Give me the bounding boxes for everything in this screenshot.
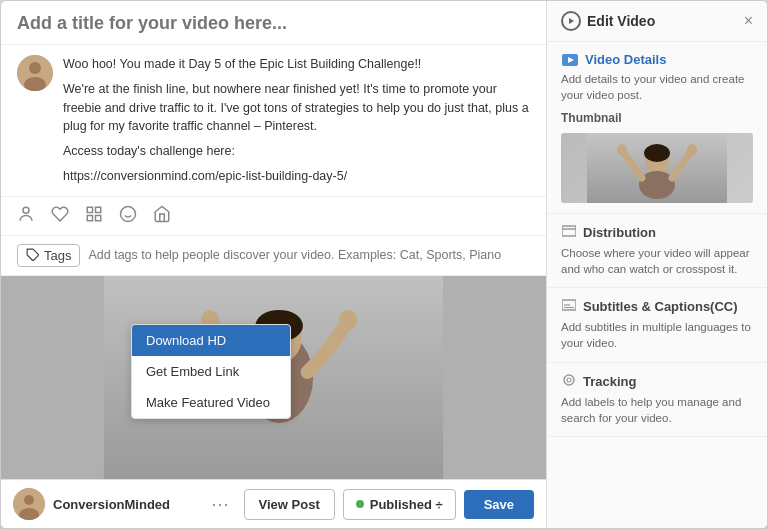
svg-rect-5	[96, 207, 101, 212]
right-panel-title-group: Edit Video	[561, 11, 655, 31]
video-title-input[interactable]	[17, 13, 530, 34]
save-button[interactable]: Save	[464, 490, 534, 519]
modal-body: Woo hoo! You made it Day 5 of the Epic L…	[1, 1, 767, 528]
subtitles-title: Subtitles & Captions(CC)	[583, 299, 738, 314]
svg-marker-22	[569, 18, 574, 24]
tags-text-label: Tags	[44, 248, 71, 263]
post-footer: ConversionMinded ··· View Post Published…	[1, 479, 546, 528]
modal: Woo hoo! You made it Day 5 of the Epic L…	[0, 0, 768, 529]
distribution-desc: Choose where your video will appear and …	[561, 245, 753, 277]
right-panel-title: Edit Video	[587, 13, 655, 29]
tags-label-box: Tags	[17, 244, 80, 267]
tracking-icon	[561, 373, 577, 390]
thumbnail-image	[561, 133, 753, 203]
published-label: Published ÷	[370, 497, 443, 512]
svg-rect-32	[562, 226, 576, 236]
smile-icon[interactable]	[119, 205, 137, 227]
subtitles-desc: Add subtitles in multiple languages to y…	[561, 319, 753, 351]
right-panel-header: Edit Video ×	[547, 1, 767, 42]
footer-more-button[interactable]: ···	[206, 494, 236, 515]
post-content-area: Woo hoo! You made it Day 5 of the Epic L…	[1, 45, 546, 197]
right-panel: Edit Video × Video Details Add details t…	[547, 1, 767, 528]
tracking-desc: Add labels to help you manage and search…	[561, 394, 753, 426]
thumbnail-section: Thumbnail	[561, 103, 753, 203]
svg-point-8	[121, 206, 136, 221]
tracking-title: Tracking	[583, 374, 636, 389]
title-area	[1, 1, 546, 45]
svg-rect-6	[87, 215, 92, 220]
heart-icon[interactable]	[51, 205, 69, 227]
svg-point-28	[644, 144, 670, 162]
svg-point-29	[639, 171, 675, 199]
right-section-distribution: Distribution Choose where your video wil…	[547, 214, 767, 288]
video-preview: Download HD Get Embed Link Make Featured…	[1, 276, 546, 480]
person-icon[interactable]	[17, 205, 35, 227]
video-details-title[interactable]: Video Details	[585, 52, 666, 67]
distribution-title: Distribution	[583, 225, 656, 240]
play-circle-icon	[561, 11, 581, 31]
footer-avatar	[13, 488, 45, 520]
view-post-button[interactable]: View Post	[244, 489, 335, 520]
subtitles-icon	[561, 298, 577, 315]
svg-point-38	[567, 378, 571, 382]
author-avatar	[17, 55, 53, 91]
footer-author-name: ConversionMinded	[53, 497, 198, 512]
svg-point-30	[617, 144, 627, 156]
svg-point-20	[24, 495, 34, 505]
svg-rect-7	[96, 215, 101, 220]
left-panel: Woo hoo! You made it Day 5 of the Epic L…	[1, 1, 547, 528]
tags-row: Tags	[1, 236, 546, 276]
right-section-subtitles: Subtitles & Captions(CC) Add subtitles i…	[547, 288, 767, 362]
svg-rect-4	[87, 207, 92, 212]
svg-point-31	[687, 144, 697, 156]
svg-point-1	[29, 62, 41, 74]
right-section-video-details: Video Details Add details to your video …	[547, 42, 767, 214]
video-dropdown-menu: Download HD Get Embed Link Make Featured…	[131, 324, 291, 419]
embed-link-item[interactable]: Get Embed Link	[132, 356, 290, 387]
distribution-icon	[561, 224, 577, 241]
right-section-tracking: Tracking Add labels to help you manage a…	[547, 363, 767, 437]
download-hd-item[interactable]: Download HD	[132, 325, 290, 356]
thumbnail-preview[interactable]	[561, 133, 753, 203]
published-button[interactable]: Published ÷	[343, 489, 456, 520]
section-header-video-details: Video Details	[561, 52, 753, 67]
svg-point-3	[23, 207, 29, 213]
video-details-icon	[561, 53, 579, 67]
grid-icon[interactable]	[85, 205, 103, 227]
svg-point-37	[564, 375, 574, 385]
video-details-desc: Add details to your video and create you…	[561, 71, 753, 103]
svg-point-18	[339, 309, 357, 329]
featured-video-item[interactable]: Make Featured Video	[132, 387, 290, 418]
home-icon[interactable]	[153, 205, 171, 227]
toolbar-icons-row	[1, 197, 546, 236]
tags-input[interactable]	[88, 248, 530, 262]
post-body-text: Woo hoo! You made it Day 5 of the Epic L…	[63, 55, 530, 186]
published-status-dot	[356, 500, 364, 508]
thumbnail-label: Thumbnail	[561, 111, 753, 125]
tag-icon	[26, 248, 40, 262]
close-button[interactable]: ×	[744, 13, 753, 29]
